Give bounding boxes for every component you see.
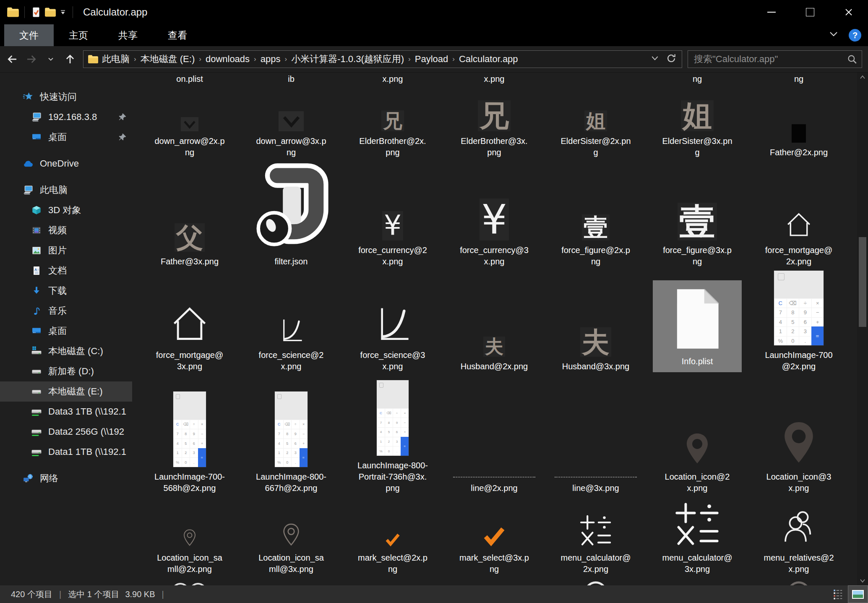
file-item-down_arrow@2x.png[interactable]: down_arrow@2x.png (139, 94, 240, 162)
qat-customize-chevron-icon[interactable] (60, 10, 66, 14)
file-item-line@2x.png[interactable]: line@2x.png (443, 376, 545, 497)
file-item-menu_calculator@2x.png[interactable]: menu_calculator@2x.png (545, 497, 646, 578)
qat-properties-icon[interactable] (29, 5, 43, 19)
breadcrumb-item[interactable]: apps (257, 54, 284, 65)
breadcrumb-item[interactable]: Calculator.app (456, 54, 521, 65)
address-box[interactable]: 此电脑›本地磁盘 (E:)›downloads›apps›小米计算器-1.0.3… (83, 50, 682, 68)
thumbnail-view-button[interactable] (848, 585, 868, 603)
sidebar-item-3[interactable]: OneDrive (0, 154, 132, 174)
file-item-Husband@3x.png[interactable]: 夫Husband@3x.png (545, 271, 646, 376)
breadcrumb-item[interactable]: 此电脑 (99, 53, 133, 65)
sidebar-item-10[interactable]: 音乐 (0, 301, 132, 321)
file-item-force_figure@2x.png[interactable]: 壹force_figure@2x.png (545, 162, 646, 271)
search-input[interactable] (693, 53, 847, 65)
file-item-clipped[interactable] (240, 578, 342, 585)
recent-locations-button[interactable] (41, 50, 60, 69)
file-item-Husband@2x.png[interactable]: 夫Husband@2x.png (443, 271, 545, 376)
sidebar-item-16[interactable]: Data2 256G (\\192 (0, 422, 132, 442)
details-view-button[interactable] (828, 585, 848, 603)
file-item-clipped[interactable] (748, 578, 850, 585)
scrollbar-up-icon[interactable] (857, 75, 868, 79)
file-item-Father@2x.png[interactable]: Father@2x.png (748, 94, 850, 162)
search-magnifier-icon[interactable] (847, 54, 858, 65)
file-item-Location_icon@2x.png[interactable]: Location_icon@2x.png (646, 376, 748, 497)
sidebar-item-5[interactable]: 3D 对象 (0, 200, 132, 220)
sidebar-item-15[interactable]: Data3 1TB (\\192.1 (0, 402, 132, 422)
file-item-force_currency@2x.png[interactable]: ¥force_currency@2x.png (342, 162, 443, 271)
scrollbar-down-icon[interactable] (857, 579, 868, 583)
breadcrumb-item[interactable]: 小米计算器-1.0.3(越狱应用) (288, 53, 407, 65)
help-icon[interactable]: ? (849, 29, 861, 42)
file-item-clipped[interactable]: ng (748, 73, 850, 94)
file-item-clipped[interactable]: ib (240, 73, 342, 94)
ribbon-collapse-chevron-icon[interactable] (829, 31, 839, 39)
sidebar-item-0[interactable]: 快速访问 (0, 87, 132, 107)
file-item-clipped[interactable] (443, 578, 545, 585)
file-item-clipped[interactable]: ng (646, 73, 748, 94)
file-item-clipped[interactable] (139, 578, 240, 585)
file-item-clipped[interactable]: x.png (443, 73, 545, 94)
sidebar-item-4[interactable]: 此电脑 (0, 180, 132, 200)
sidebar-item-8[interactable]: 文档 (0, 261, 132, 281)
address-dropdown-chevron-icon[interactable] (651, 55, 659, 63)
scrollbar[interactable] (857, 73, 868, 585)
up-button[interactable] (60, 50, 80, 69)
minimize-button[interactable] (752, 0, 791, 24)
breadcrumb-item[interactable]: downloads (202, 54, 253, 65)
file-item-Location_icon_samll@3x.png[interactable]: Location_icon_samll@3x.png (240, 497, 342, 578)
back-button[interactable] (3, 50, 22, 69)
sidebar-item-11[interactable]: 桌面 (0, 321, 132, 341)
close-button[interactable] (829, 0, 868, 24)
file-item-LaunchImage-800-Portrait-736h@3x.png[interactable]: =C⌫÷×789−456+123%0.LaunchImage-800-Portr… (342, 376, 443, 497)
file-item-LaunchImage-700@2x.png[interactable]: =C⌫÷×789−456+123%0.LaunchImage-700@2x.pn… (748, 271, 850, 376)
file-item-ElderSister@2x.png[interactable]: 姐ElderSister@2x.png (545, 94, 646, 162)
scrollbar-thumb[interactable] (859, 237, 866, 327)
file-item-Info.plist[interactable]: Info.plist (646, 271, 748, 376)
maximize-button[interactable] (791, 0, 829, 24)
qat-new-folder-icon[interactable] (43, 5, 57, 19)
file-item-LaunchImage-700-568h@2x.png[interactable]: =C⌫÷×789−456+123%0.LaunchImage-700-568h@… (139, 376, 240, 497)
sidebar-item-2[interactable]: 桌面 (0, 127, 132, 147)
search-box[interactable] (688, 50, 862, 68)
file-item-menu_calculator@3x.png[interactable]: menu_calculator@3x.png (646, 497, 748, 578)
breadcrumb-chevron-icon[interactable]: › (284, 55, 288, 63)
file-item-mark_select@2x.png[interactable]: mark_select@2x.png (342, 497, 443, 578)
breadcrumb-chevron-icon[interactable]: › (407, 55, 412, 63)
file-item-mark_select@3x.png[interactable]: mark_select@3x.png (443, 497, 545, 578)
sidebar-item-18[interactable]: 网络 (0, 468, 132, 488)
file-item-clipped[interactable] (342, 578, 443, 585)
file-item-filter.json[interactable]: filter.json (240, 162, 342, 271)
ribbon-tab-0[interactable]: 文件 (4, 24, 54, 46)
sidebar-item-6[interactable]: 视频 (0, 220, 132, 240)
sidebar-item-12[interactable]: 本地磁盘 (C:) (0, 341, 132, 361)
sidebar-item-14[interactable]: 本地磁盘 (E:) (0, 381, 132, 402)
file-item-force_science@3x.png[interactable]: force_science@3x.png (342, 271, 443, 376)
file-item-ElderBrother@2x.png[interactable]: 兄ElderBrother@2x.png (342, 94, 443, 162)
file-item-force_currency@3x.png[interactable]: ¥force_currency@3x.png (443, 162, 545, 271)
file-item-clipped[interactable]: x.png (342, 73, 443, 94)
file-item-down_arrow@3x.png[interactable]: down_arrow@3x.png (240, 94, 342, 162)
file-item-force_mortgage@3x.png[interactable]: force_mortgage@3x.png (139, 271, 240, 376)
file-item-menu_relatives@2x.png[interactable]: menu_relatives@2x.png (748, 497, 850, 578)
file-item-force_mortgage@2x.png[interactable]: force_mortgage@2x.png (748, 162, 850, 271)
file-item-LaunchImage-800-667h@2x.png[interactable]: =C⌫÷×789−456+123%0.LaunchImage-800-667h@… (240, 376, 342, 497)
file-item-Location_icon_samll@2x.png[interactable]: Location_icon_samll@2x.png (139, 497, 240, 578)
file-item-Location_icon@3x.png[interactable]: Location_icon@3x.png (748, 376, 850, 497)
file-item-clipped[interactable] (646, 578, 748, 585)
ribbon-tab-2[interactable]: 共享 (103, 24, 153, 46)
file-item-force_science@2x.png[interactable]: force_science@2x.png (240, 271, 342, 376)
breadcrumb-item[interactable]: 本地磁盘 (E:) (137, 53, 198, 65)
file-item-force_figure@3x.png[interactable]: 壹force_figure@3x.png (646, 162, 748, 271)
ribbon-tab-1[interactable]: 主页 (54, 24, 103, 46)
ribbon-tab-3[interactable]: 查看 (153, 24, 202, 46)
breadcrumb-chevron-icon[interactable]: › (253, 55, 257, 63)
sidebar-item-7[interactable]: 图片 (0, 240, 132, 261)
file-item-clipped[interactable] (545, 578, 646, 585)
file-item-clipped[interactable] (545, 73, 646, 94)
file-item-line@3x.png[interactable]: line@3x.png (545, 376, 646, 497)
breadcrumb-chevron-icon[interactable]: › (133, 55, 137, 63)
sidebar-item-1[interactable]: 192.168.3.8 (0, 107, 132, 127)
breadcrumb-item[interactable]: Payload (412, 54, 452, 65)
file-item-ElderBrother@3x.png[interactable]: 兄ElderBrother@3x.png (443, 94, 545, 162)
sidebar-item-17[interactable]: Data1 1TB (\\192.1 (0, 442, 132, 462)
